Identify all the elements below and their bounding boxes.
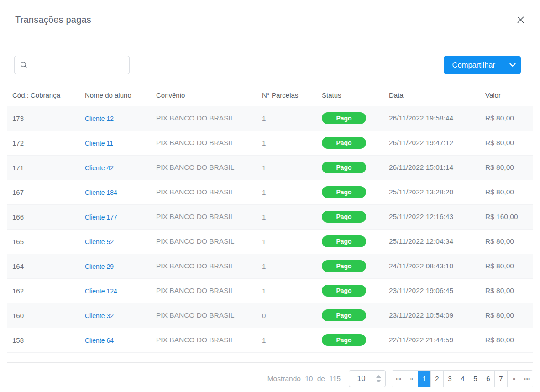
cell-installments: 1 (257, 131, 316, 155)
footer-divider (7, 362, 533, 363)
cell-installments: 0 (257, 303, 316, 328)
page-title: Transações pagas (15, 15, 91, 25)
pagination-page-7[interactable]: 7 (494, 371, 507, 387)
student-link[interactable]: Cliente 124 (85, 287, 117, 295)
column-header-status: Status (316, 84, 383, 106)
pagination-page-2[interactable]: 2 (430, 371, 443, 387)
cell-agreement: PIX BANCO DO BRASIL (151, 303, 257, 328)
cell-status: Pago (316, 180, 383, 204)
cell-date: 22/11/2022 21:44:59 (383, 328, 480, 352)
cell-code: 172 (7, 131, 79, 155)
student-link[interactable]: Cliente 64 (85, 337, 114, 344)
student-link[interactable]: Cliente 184 (85, 189, 117, 196)
cell-date: 25/11/2022 12:04:34 (383, 229, 480, 254)
cell-status: Pago (316, 155, 383, 180)
close-button[interactable] (515, 14, 526, 26)
cell-status: Pago (316, 303, 383, 328)
table-row: 158 Cliente 64 PIX BANCO DO BRASIL 1 Pag… (7, 328, 533, 352)
cell-installments: 1 (257, 180, 316, 204)
student-link[interactable]: Cliente 29 (85, 263, 114, 270)
pagination-bar: Mostrando 10 de 115 «« « 1 2 3 4 5 6 7 »… (0, 370, 540, 387)
cell-installments: 1 (257, 155, 316, 180)
pagination-next-button[interactable]: » (507, 371, 520, 387)
cell-status: Pago (316, 328, 383, 352)
cell-installments: 1 (257, 328, 316, 352)
paid-transactions-modal: Transações pagas Compartilhar (0, 0, 540, 392)
status-badge: Pago (322, 112, 366, 124)
column-header-installments: N° Parcelas (257, 84, 316, 106)
status-badge: Pago (322, 260, 366, 272)
pagination-page-3[interactable]: 3 (443, 371, 456, 387)
cell-installments: 1 (257, 254, 316, 278)
status-badge: Pago (322, 137, 366, 149)
cell-code: 167 (7, 180, 79, 204)
cell-agreement: PIX BANCO DO BRASIL (151, 180, 257, 204)
page-size-stepper[interactable] (349, 370, 386, 387)
cell-amount: R$ 80,00 (480, 254, 533, 278)
cell-amount: R$ 160,00 (480, 204, 533, 229)
pagination-last-button[interactable]: »» (520, 371, 533, 387)
share-button[interactable]: Compartilhar (444, 56, 504, 74)
column-header-amount: Valor (480, 84, 533, 106)
pagination-first-button[interactable]: «« (392, 371, 405, 387)
cell-status: Pago (316, 229, 383, 254)
cell-amount: R$ 80,00 (480, 328, 533, 352)
student-link[interactable]: Cliente 177 (85, 214, 117, 221)
share-dropdown-button[interactable] (504, 56, 521, 74)
cell-code: 166 (7, 204, 79, 229)
pagination-prev-button[interactable]: « (405, 371, 418, 387)
cell-amount: R$ 80,00 (480, 303, 533, 328)
cell-student: Cliente 32 (79, 303, 151, 328)
status-badge: Pago (322, 162, 366, 173)
cell-amount: R$ 80,00 (480, 180, 533, 204)
table-row: 166 Cliente 177 PIX BANCO DO BRASIL 1 Pa… (7, 204, 533, 229)
table-row: 162 Cliente 124 PIX BANCO DO BRASIL 1 Pa… (7, 278, 533, 303)
status-badge: Pago (322, 211, 366, 223)
cell-installments: 1 (257, 106, 316, 131)
table-row: 173 Cliente 12 PIX BANCO DO BRASIL 1 Pag… (7, 106, 533, 131)
cell-date: 26/11/2022 19:58:44 (383, 106, 480, 131)
cell-code: 165 (7, 229, 79, 254)
cell-agreement: PIX BANCO DO BRASIL (151, 131, 257, 155)
cell-date: 26/11/2022 19:47:12 (383, 131, 480, 155)
cell-code: 158 (7, 328, 79, 352)
column-header-date: Data (383, 84, 480, 106)
column-header-student: Nome do aluno (79, 84, 151, 106)
search-input[interactable] (32, 61, 124, 69)
cell-agreement: PIX BANCO DO BRASIL (151, 155, 257, 180)
pagination-page-6[interactable]: 6 (482, 371, 494, 387)
cell-code: 173 (7, 106, 79, 131)
cell-code: 162 (7, 278, 79, 303)
stepper-arrows-icon[interactable] (376, 375, 381, 382)
pagination: «« « 1 2 3 4 5 6 7 » »» (392, 370, 533, 387)
cell-agreement: PIX BANCO DO BRASIL (151, 204, 257, 229)
cell-amount: R$ 80,00 (480, 278, 533, 303)
student-link[interactable]: Cliente 32 (85, 312, 114, 319)
student-link[interactable]: Cliente 52 (85, 238, 114, 246)
status-badge: Pago (322, 309, 366, 321)
cell-date: 23/11/2022 19:06:45 (383, 278, 480, 303)
cell-installments: 1 (257, 204, 316, 229)
cell-agreement: PIX BANCO DO BRASIL (151, 106, 257, 131)
table-row: 164 Cliente 29 PIX BANCO DO BRASIL 1 Pag… (7, 254, 533, 278)
student-link[interactable]: Cliente 12 (85, 115, 114, 122)
table-row: 165 Cliente 52 PIX BANCO DO BRASIL 1 Pag… (7, 229, 533, 254)
cell-code: 160 (7, 303, 79, 328)
cell-installments: 1 (257, 278, 316, 303)
cell-student: Cliente 177 (79, 204, 151, 229)
table-row: 160 Cliente 32 PIX BANCO DO BRASIL 0 Pag… (7, 303, 533, 328)
cell-amount: R$ 80,00 (480, 131, 533, 155)
cell-student: Cliente 184 (79, 180, 151, 204)
cell-status: Pago (316, 204, 383, 229)
pagination-page-1[interactable]: 1 (418, 371, 430, 387)
column-header-agreement: Convênio (151, 84, 257, 106)
pagination-page-5[interactable]: 5 (469, 371, 482, 387)
student-link[interactable]: Cliente 42 (85, 164, 114, 172)
student-link[interactable]: Cliente 11 (85, 140, 113, 147)
cell-agreement: PIX BANCO DO BRASIL (151, 254, 257, 278)
cell-agreement: PIX BANCO DO BRASIL (151, 278, 257, 303)
pagination-page-4[interactable]: 4 (456, 371, 469, 387)
cell-student: Cliente 64 (79, 328, 151, 352)
search-icon (20, 61, 28, 69)
cell-date: 26/11/2022 15:01:14 (383, 155, 480, 180)
